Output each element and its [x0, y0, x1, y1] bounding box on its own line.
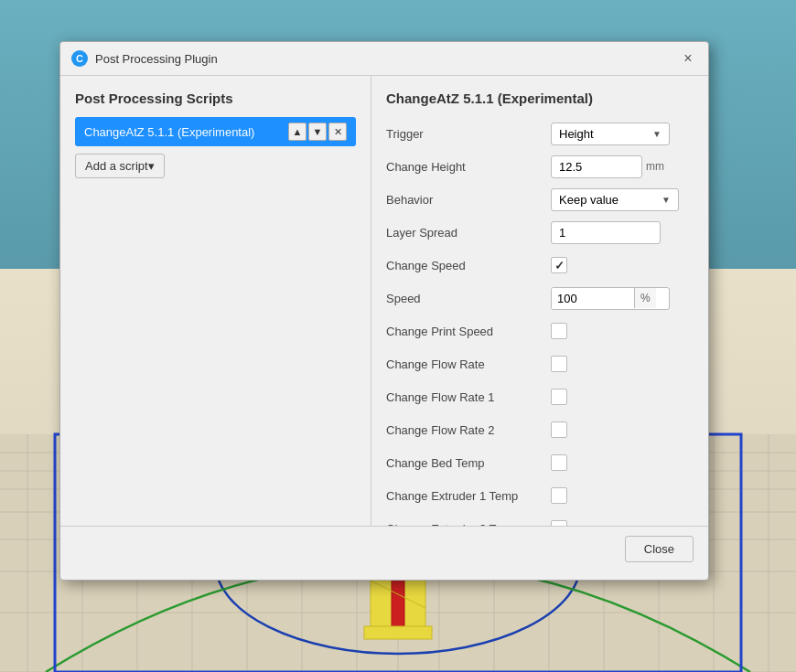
form-row-behavior: Behavior Keep value ▼: [386, 187, 694, 212]
trigger-select-value: Height: [559, 127, 594, 141]
form-row-change-extruder-2-temp: Change Extruder 2 Temp: [386, 516, 694, 526]
form-row-change-flow-rate-1: Change Flow Rate 1: [386, 384, 694, 410]
dialog-title-bar: C Post Processing Plugin ×: [60, 42, 708, 76]
behavior-select-value: Keep value: [559, 193, 619, 207]
change-flow-rate-checkbox[interactable]: [551, 356, 567, 372]
form-row-change-speed: Change Speed ✓: [386, 252, 694, 278]
label-change-flow-rate-1: Change Flow Rate 1: [386, 390, 551, 404]
form-row-change-flow-rate: Change Flow Rate: [386, 351, 694, 377]
control-behavior: Keep value ▼: [551, 188, 694, 211]
add-script-button[interactable]: Add a script▾: [75, 154, 165, 178]
change-bed-temp-checkbox[interactable]: [551, 454, 567, 471]
script-item-label: ChangeAtZ 5.1.1 (Experimental): [84, 125, 254, 139]
form-row-layer-spread: Layer Spread: [386, 219, 694, 245]
trigger-select-arrow: ▼: [652, 129, 662, 139]
control-trigger: Height ▼: [551, 123, 694, 145]
control-change-flow-rate: [551, 356, 694, 372]
script-move-up-button[interactable]: ▲: [288, 123, 307, 141]
label-change-extruder-1-temp: Change Extruder 1 Temp: [386, 489, 551, 503]
dialog-title: Post Processing Plugin: [95, 52, 218, 66]
behavior-select-arrow: ▼: [662, 195, 671, 205]
control-change-flow-rate-2: [551, 421, 694, 438]
dialog-content: Post Processing Scripts ChangeAtZ 5.1.1 …: [60, 76, 708, 526]
title-bar-left: C Post Processing Plugin: [71, 50, 218, 67]
trigger-select[interactable]: Height ▼: [551, 123, 670, 145]
form-row-change-bed-temp: Change Bed Temp: [386, 450, 694, 475]
form-row-change-height: Change Height mm: [386, 154, 694, 179]
layer-spread-input[interactable]: [551, 221, 661, 244]
control-change-extruder-1-temp: [551, 487, 694, 504]
left-panel-title: Post Processing Scripts: [75, 91, 356, 106]
speed-unit: %: [634, 288, 656, 308]
control-speed: %: [551, 287, 694, 310]
change-height-unit: mm: [646, 160, 664, 173]
svg-rect-33: [364, 626, 432, 639]
control-change-bed-temp: [551, 454, 694, 471]
control-layer-spread: [551, 221, 694, 244]
dialog-close-button[interactable]: ×: [679, 49, 697, 68]
speed-input-wrap: %: [551, 287, 670, 310]
form-row-change-extruder-1-temp: Change Extruder 1 Temp: [386, 483, 694, 508]
label-change-flow-rate: Change Flow Rate: [386, 357, 551, 371]
label-change-speed: Change Speed: [386, 259, 551, 272]
close-dialog-button[interactable]: Close: [625, 536, 694, 562]
dialog-bottom-bar: Close: [60, 526, 708, 571]
change-flow-rate-1-checkbox[interactable]: [551, 389, 567, 405]
change-height-input[interactable]: [551, 155, 642, 178]
label-change-bed-temp: Change Bed Temp: [386, 456, 551, 470]
control-change-extruder-2-temp: [551, 520, 694, 526]
script-move-down-button[interactable]: ▼: [308, 123, 327, 141]
right-panel: ChangeAtZ 5.1.1 (Experimental) Trigger H…: [371, 76, 708, 526]
checkmark-icon: ✓: [554, 259, 565, 272]
control-change-height: mm: [551, 155, 694, 178]
label-change-extruder-2-temp: Change Extruder 2 Temp: [386, 522, 551, 527]
change-extruder-2-temp-checkbox[interactable]: [551, 520, 567, 526]
label-change-print-speed: Change Print Speed: [386, 325, 551, 338]
control-change-flow-rate-1: [551, 389, 694, 405]
app-icon: C: [71, 50, 88, 67]
left-panel: Post Processing Scripts ChangeAtZ 5.1.1 …: [60, 76, 371, 526]
label-layer-spread: Layer Spread: [386, 226, 551, 240]
script-list-item[interactable]: ChangeAtZ 5.1.1 (Experimental) ▲ ▼ ✕: [75, 117, 356, 146]
form-row-trigger: Trigger Height ▼: [386, 121, 694, 146]
change-flow-rate-2-checkbox[interactable]: [551, 421, 567, 438]
label-speed: Speed: [386, 292, 551, 305]
label-trigger: Trigger: [386, 127, 551, 141]
script-remove-button[interactable]: ✕: [328, 123, 347, 141]
label-change-height: Change Height: [386, 160, 551, 174]
control-change-print-speed: [551, 323, 694, 339]
change-speed-checkbox[interactable]: ✓: [551, 257, 567, 273]
script-controls: ▲ ▼ ✕: [288, 123, 347, 141]
form-row-change-flow-rate-2: Change Flow Rate 2: [386, 417, 694, 443]
control-change-speed: ✓: [551, 257, 694, 273]
form-row-change-print-speed: Change Print Speed: [386, 318, 694, 344]
speed-input[interactable]: [552, 288, 634, 309]
change-extruder-1-temp-checkbox[interactable]: [551, 487, 567, 504]
label-behavior: Behavior: [386, 193, 551, 207]
post-processing-dialog: C Post Processing Plugin × Post Processi…: [59, 41, 709, 581]
label-change-flow-rate-2: Change Flow Rate 2: [386, 423, 551, 437]
form-row-speed: Speed %: [386, 285, 694, 311]
change-print-speed-checkbox[interactable]: [551, 323, 567, 339]
behavior-select[interactable]: Keep value ▼: [551, 188, 679, 211]
right-panel-title: ChangeAtZ 5.1.1 (Experimental): [386, 91, 694, 106]
